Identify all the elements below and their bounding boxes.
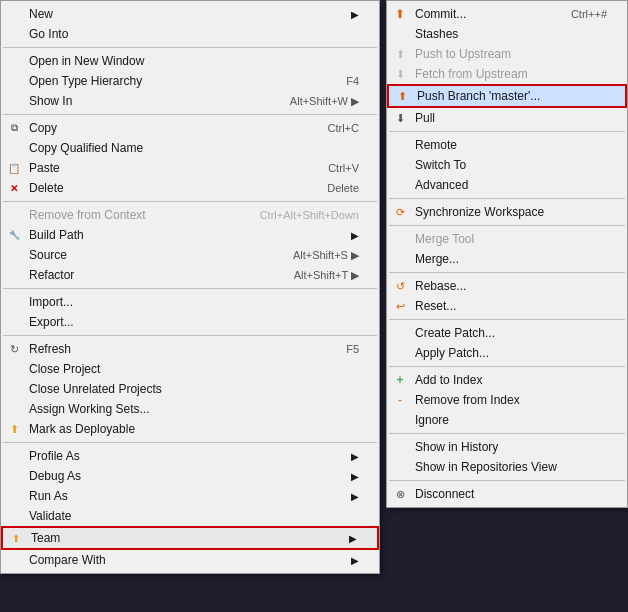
- menu-item-export[interactable]: Export...: [1, 312, 379, 332]
- submenu-arrow-build: ▶: [341, 230, 359, 241]
- menu-item-reset[interactable]: ↩ Reset...: [387, 296, 627, 316]
- submenu-arrow-compare: ▶: [341, 555, 359, 566]
- menu-item-remove-from-index[interactable]: - Remove from Index: [387, 390, 627, 410]
- menu-item-assign-working-sets[interactable]: Assign Working Sets...: [1, 399, 379, 419]
- menu-item-debug-as[interactable]: Debug As ▶: [1, 466, 379, 486]
- push-upstream-icon: ⬆: [392, 46, 408, 62]
- menu-item-pull[interactable]: ⬇ Pull: [387, 108, 627, 128]
- menu-item-remove-context[interactable]: Remove from Context Ctrl+Alt+Shift+Down: [1, 205, 379, 225]
- menu-item-go-into[interactable]: Go Into: [1, 24, 379, 44]
- right-separator-2: [389, 198, 625, 199]
- menu-item-close-project[interactable]: Close Project: [1, 359, 379, 379]
- pull-icon: ⬇: [392, 110, 408, 126]
- menu-item-ignore[interactable]: Ignore: [387, 410, 627, 430]
- separator-1: [3, 47, 377, 48]
- copy-icon: ⧉: [6, 120, 22, 136]
- add-index-icon: +: [392, 372, 408, 388]
- menu-item-build-path[interactable]: 🔧 Build Path ▶: [1, 225, 379, 245]
- rebase-icon: ↺: [392, 278, 408, 294]
- menu-item-refactor[interactable]: Refactor Alt+Shift+T ▶: [1, 265, 379, 285]
- menu-item-create-patch[interactable]: Create Patch...: [387, 323, 627, 343]
- menu-item-source[interactable]: Source Alt+Shift+S ▶: [1, 245, 379, 265]
- team-icon: ⬆: [8, 530, 24, 546]
- menu-item-apply-patch[interactable]: Apply Patch...: [387, 343, 627, 363]
- build-icon: 🔧: [6, 227, 22, 243]
- remove-index-icon: -: [392, 392, 408, 408]
- submenu-arrow: ▶: [341, 9, 359, 20]
- menu-item-validate[interactable]: Validate: [1, 506, 379, 526]
- menu-item-new[interactable]: New ▶: [1, 4, 379, 24]
- menu-item-team[interactable]: ⬆ Team ▶: [1, 526, 379, 550]
- separator-3: [3, 201, 377, 202]
- right-separator-1: [389, 131, 625, 132]
- menu-item-synchronize[interactable]: ⟳ Synchronize Workspace: [387, 202, 627, 222]
- menu-item-rebase[interactable]: ↺ Rebase...: [387, 276, 627, 296]
- menu-item-disconnect[interactable]: ⊗ Disconnect: [387, 484, 627, 504]
- separator-6: [3, 442, 377, 443]
- right-separator-7: [389, 433, 625, 434]
- menu-item-run-as[interactable]: Run As ▶: [1, 486, 379, 506]
- right-separator-3: [389, 225, 625, 226]
- submenu-arrow-run: ▶: [341, 491, 359, 502]
- menu-item-compare-with[interactable]: Compare With ▶: [1, 550, 379, 570]
- submenu-arrow-debug: ▶: [341, 471, 359, 482]
- menu-item-stashes[interactable]: Stashes: [387, 24, 627, 44]
- menu-item-add-to-index[interactable]: + Add to Index: [387, 370, 627, 390]
- right-context-menu: ⬆ Commit... Ctrl++# Stashes ⬆ Push to Up…: [386, 0, 628, 508]
- separator-2: [3, 114, 377, 115]
- menu-item-switch-to[interactable]: Switch To: [387, 155, 627, 175]
- delete-icon: ✕: [6, 180, 22, 196]
- menu-item-merge[interactable]: Merge...: [387, 249, 627, 269]
- refresh-icon: ↻: [6, 341, 22, 357]
- menu-item-show-repositories[interactable]: Show in Repositories View: [387, 457, 627, 477]
- menu-item-push-branch[interactable]: ⬆ Push Branch 'master'...: [387, 84, 627, 108]
- submenu-arrow-team: ▶: [339, 533, 357, 544]
- menu-item-show-in[interactable]: Show In Alt+Shift+W ▶: [1, 91, 379, 111]
- fetch-icon: ⬇: [392, 66, 408, 82]
- menu-item-show-history[interactable]: Show in History: [387, 437, 627, 457]
- reset-icon: ↩: [392, 298, 408, 314]
- menu-item-merge-tool[interactable]: Merge Tool: [387, 229, 627, 249]
- push-branch-icon: ⬆: [394, 88, 410, 104]
- menu-item-close-unrelated[interactable]: Close Unrelated Projects: [1, 379, 379, 399]
- right-separator-8: [389, 480, 625, 481]
- menu-item-mark-deployable[interactable]: ⬆ Mark as Deployable: [1, 419, 379, 439]
- left-context-menu: New ▶ Go Into Open in New Window Open Ty…: [0, 0, 380, 574]
- submenu-arrow-profile: ▶: [341, 451, 359, 462]
- menu-item-commit[interactable]: ⬆ Commit... Ctrl++#: [387, 4, 627, 24]
- deploy-icon: ⬆: [6, 421, 22, 437]
- menu-item-open-new-window[interactable]: Open in New Window: [1, 51, 379, 71]
- disconnect-icon: ⊗: [392, 486, 408, 502]
- menu-item-paste[interactable]: 📋 Paste Ctrl+V: [1, 158, 379, 178]
- menu-item-push-upstream[interactable]: ⬆ Push to Upstream: [387, 44, 627, 64]
- menu-item-delete[interactable]: ✕ Delete Delete: [1, 178, 379, 198]
- right-separator-5: [389, 319, 625, 320]
- menu-item-profile-as[interactable]: Profile As ▶: [1, 446, 379, 466]
- menu-item-fetch-upstream[interactable]: ⬇ Fetch from Upstream: [387, 64, 627, 84]
- separator-5: [3, 335, 377, 336]
- menu-item-import[interactable]: Import...: [1, 292, 379, 312]
- menu-item-refresh[interactable]: ↻ Refresh F5: [1, 339, 379, 359]
- commit-icon: ⬆: [392, 6, 408, 22]
- menu-item-copy-qualified[interactable]: Copy Qualified Name: [1, 138, 379, 158]
- paste-icon: 📋: [6, 160, 22, 176]
- right-separator-6: [389, 366, 625, 367]
- menu-item-open-type-hierarchy[interactable]: Open Type Hierarchy F4: [1, 71, 379, 91]
- sync-icon: ⟳: [392, 204, 408, 220]
- menu-item-remote[interactable]: Remote: [387, 135, 627, 155]
- right-separator-4: [389, 272, 625, 273]
- separator-4: [3, 288, 377, 289]
- menu-item-advanced[interactable]: Advanced: [387, 175, 627, 195]
- menu-item-copy[interactable]: ⧉ Copy Ctrl+C: [1, 118, 379, 138]
